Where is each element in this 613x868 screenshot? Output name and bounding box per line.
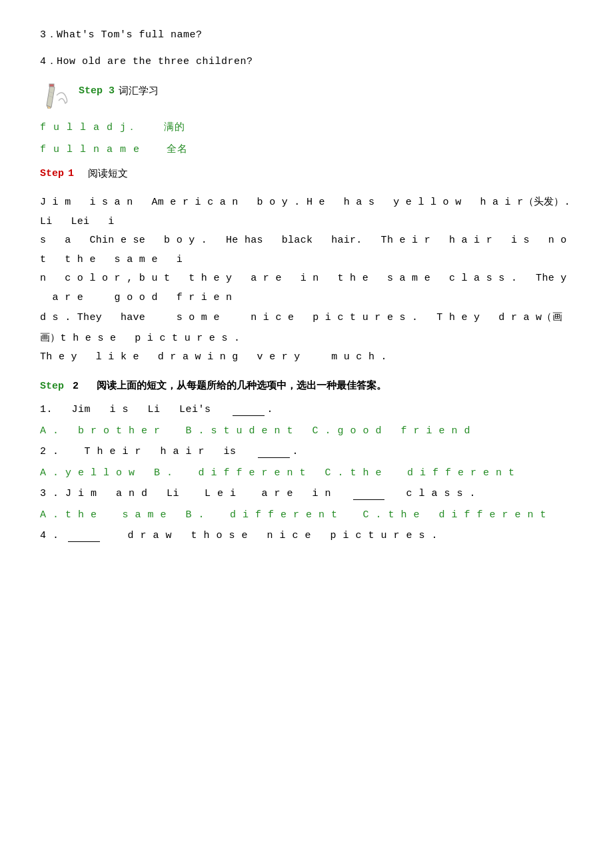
reading-paragraph: J i m i s a n Am e r i c a n b o y . H e… (40, 192, 573, 367)
question-3: 3．What's Tom's full name? (40, 27, 573, 44)
ex-q4: 4 . d r a w t h o s e n i c e p i c t u … (40, 530, 573, 542)
q4-text: 4．How old are the three children? (40, 56, 253, 67)
step3-header: Step 3 词汇学习 (40, 82, 573, 109)
pencil-icon (40, 82, 73, 109)
exercises-section: 1. Jim i s Li Lei's . A . b r o t h e r … (40, 404, 573, 542)
paragraph-line3: n c o l o r , b u t t h e y a r e i n t … (40, 273, 567, 303)
step2-text: 阅读上面的短文，从每题所给的几种选项中，选出一种最佳答案。 (97, 381, 386, 392)
q3-text: 3．What's Tom's full name? (40, 29, 203, 41)
ex-q3: 3 . J i m a n d Li L e i a r e i n c l a… (40, 488, 573, 500)
svg-rect-2 (49, 84, 54, 87)
blank-4 (68, 530, 100, 542)
step2-label: Step (40, 381, 64, 392)
step2-instruction: Step 2 阅读上面的短文，从每题所给的几种选项中，选出一种最佳答案。 (40, 379, 573, 392)
ex-q1: 1. Jim i s Li Lei's . (40, 404, 573, 416)
step1-label: Step (40, 168, 64, 179)
paragraph-line1: J i m i s a n Am e r i c a n b o y . H e… (40, 197, 570, 227)
blank-3 (353, 488, 385, 500)
blank-2 (258, 446, 290, 458)
blank-1 (233, 404, 265, 416)
step1-title: 阅读短文 (88, 167, 128, 180)
ex-q1-options: A . b r o t h e r B . s t u d e n t C . … (40, 425, 573, 437)
paragraph-line4: d s . They have s o m e n i c e p i c t … (40, 312, 562, 344)
question-4: 4．How old are the three children? (40, 53, 573, 71)
step2-number: 2 (73, 381, 79, 392)
paragraph-line2: s a Chin e se b o y . He has black hair.… (40, 235, 567, 265)
paragraph-line5: Th e y l i k e d r a w i n g v e r y m u… (40, 351, 387, 363)
vocab-item-2: f u l l n a m e 全名 (40, 143, 573, 155)
vocab-section: f u l l a d j． 满的 f u l l n a m e 全名 (40, 121, 573, 155)
ex-q2-options: A . y e l l o w B . d i f f e r e n t C … (40, 467, 573, 479)
ex-q2: 2 . T h e i r h a i r is . (40, 446, 573, 458)
step3-label: Step 3 词汇学习 (79, 85, 159, 97)
step2-section: Step 2 阅读上面的短文，从每题所给的几种选项中，选出一种最佳答案。 (40, 379, 573, 392)
step1-number: 1 (68, 168, 74, 179)
vocab-item-1: f u l l a d j． 满的 (40, 121, 573, 133)
ex-q3-options: A . t h e s a m e B . d i f f e r e n t … (40, 509, 573, 521)
top-questions: 3．What's Tom's full name? 4．How old are … (40, 27, 573, 70)
step1-header: Step 1 阅读短文 (40, 167, 573, 180)
